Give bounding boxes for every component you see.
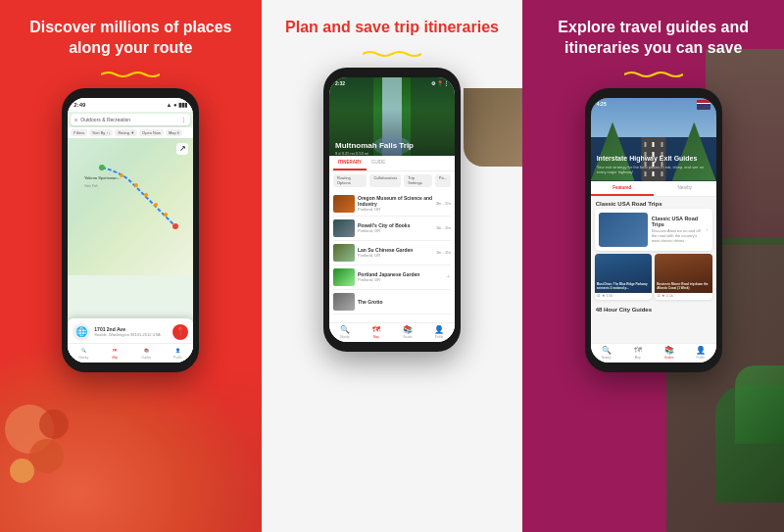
tab-itinerary[interactable]: ITINERARY (333, 156, 367, 170)
phone-3-tab-bar: 🔍 Nearby 🗺 Map 📚 Guides 👤 (591, 343, 716, 363)
status-icons-2: ⚙ 📍 ⋮ (431, 80, 449, 86)
filter-chip-2[interactable]: Sort By ↑↓ (89, 129, 113, 136)
filter-chip-3[interactable]: Rating ▼ (115, 129, 137, 136)
guides-wide-card-header: Classic USA Road Trips Discover America … (595, 209, 712, 251)
tab-nearby[interactable]: 🔍 Nearby (78, 347, 88, 360)
sub-tab-collab[interactable]: Collaborators (369, 174, 401, 187)
guides-cards-row: Must Drive: The Blue Ridge Parkway conne… (591, 254, 716, 303)
guides-wide-card-img (599, 213, 648, 247)
tab3-nearby[interactable]: 🔍 Nearby (602, 347, 612, 360)
chevron-right-icon: › (706, 225, 709, 234)
wavy-line-2 (363, 44, 421, 52)
nearby-icon-2: 🔍 (340, 326, 350, 334)
phone-1-body: 2:49 ▲ ● ▮▮▮ ≡ Outdoors & Recreation ⋮ F… (62, 88, 199, 372)
tab2-map[interactable]: 🗺 Map (371, 326, 381, 339)
panel-1-title: Discover millions of places along your r… (20, 18, 242, 59)
status-time-3: 4:25 (597, 101, 607, 107)
place-info-5: The Grotto (358, 299, 451, 305)
trip-title: Multnomah Falls Trip (335, 141, 414, 150)
trip-status-bar: 2:32 ⚙ 📍 ⋮ (329, 77, 455, 89)
tab-featured[interactable]: Featured (591, 181, 654, 196)
status-icons: ▲ ● ▮▮▮ (166, 101, 187, 108)
trip-place-4[interactable]: Portland Japanese Garden Portland, OR + (333, 266, 451, 290)
wavy-line-1 (101, 65, 160, 73)
sub-tab-settings[interactable]: Trip Settings (404, 174, 432, 187)
svg-text:Yakima Sportsman...: Yakima Sportsman... (84, 175, 121, 180)
guides-wide-card-text: Classic USA Road Trips Discover America … (652, 216, 702, 244)
map-search-bar[interactable]: ≡ Outdoors & Recreation ⋮ (71, 114, 190, 125)
place-img-5 (333, 293, 355, 311)
small-card-1-meta: 41 ★ 3.5k (595, 293, 653, 300)
trip-hero: 2:32 ⚙ 📍 ⋮ Multnomah Falls Trip 9 d 0.25… (329, 77, 455, 156)
trip-tabs: ITINERARY GUIDE (329, 156, 455, 171)
place-loc-3: Portland, OR (358, 253, 433, 258)
tab2-nearby[interactable]: 🔍 Nearby (340, 326, 350, 339)
tab-nearby[interactable]: Nearby (654, 181, 716, 196)
guides-icon-3: 📚 (664, 347, 674, 355)
tab2-profile[interactable]: 👤 Profile (434, 326, 444, 339)
meta-badge-1: 41 ★ 3.5k (597, 294, 612, 298)
trip-screen: 2:32 ⚙ 📍 ⋮ Multnomah Falls Trip 9 d 0.25… (329, 77, 455, 342)
svg-point-2 (134, 183, 138, 187)
guides-status-bar: 4:25 (591, 98, 716, 110)
trip-place-3[interactable]: Lan Su Chinese Garden Portland, OR 1hr -… (333, 241, 451, 266)
phone-3-screen: 4:25 Interstate Highway Exit Guides Your… (591, 98, 716, 363)
small-card-title-1: Must Drive: The Blue Ridge Parkway conne… (597, 283, 651, 290)
phone-3: 4:25 Interstate Highway Exit Guides Your… (585, 88, 722, 372)
tab-guide[interactable]: GUIDE (367, 156, 390, 170)
place-img-4 (333, 268, 355, 286)
guides-small-card-2[interactable]: Boston to Miami: Road trip down the Atla… (655, 254, 712, 300)
filter-chip-1[interactable]: Filters (71, 129, 87, 136)
card-text: 1701 2nd Ave Seattle, Washington 98101-2… (94, 326, 169, 337)
location-pin-icon: 📍 (172, 324, 188, 340)
tab3-map[interactable]: 🗺 Map (633, 347, 643, 360)
phone-1-tab-bar: 🔍 Nearby 🗺 Map 📚 Guides 👤 (68, 343, 193, 363)
trip-place-5[interactable]: The Grotto (333, 290, 451, 314)
panel-explore: Explore travel guides and itineraries yo… (522, 0, 784, 532)
phone-2-tab-bar: 🔍 Nearby 🗺 Map 📚 Guides 👤 (329, 322, 455, 342)
panel-2-header: Plan and save trip itineraries (266, 0, 518, 60)
svg-point-3 (144, 193, 148, 197)
guides-screen: 4:25 Interstate Highway Exit Guides Your… (591, 98, 716, 363)
profile-icon-3: 👤 (696, 347, 706, 355)
sub-tab-routing[interactable]: Routing Options (333, 174, 367, 187)
phone-3-body: 4:25 Interstate Highway Exit Guides Your… (585, 88, 722, 372)
hamburger-icon: ≡ (74, 117, 77, 122)
place-info-2: Powell's City of Books Portland, OR (358, 222, 433, 233)
map-status-bar: 2:49 ▲ ● ▮▮▮ (68, 98, 193, 112)
map-icon-3: 🗺 (633, 347, 643, 355)
guides-wide-card[interactable]: Classic USA Road Trips Discover America … (595, 209, 712, 251)
leaves-decoration (715, 385, 784, 503)
trip-meta: 9 d 0.25 mi 0.53 mi (335, 151, 368, 156)
place-name-1: Oregon Museum of Science and Industry (358, 195, 433, 207)
guides-hero: 4:25 Interstate Highway Exit Guides Your… (591, 98, 716, 181)
trip-place-2[interactable]: Powell's City of Books Portland, OR 1hr … (333, 217, 451, 241)
guides-icon-2: 📚 (403, 326, 413, 334)
tab2-guides[interactable]: 📚 Guides (403, 326, 413, 339)
tab-map[interactable]: 🗺 Map (110, 347, 120, 360)
direction-button[interactable]: ↗ (176, 143, 188, 155)
trip-place-list: Oregon Museum of Science and Industry Po… (329, 190, 455, 322)
phone-1-screen: 2:49 ▲ ● ▮▮▮ ≡ Outdoors & Recreation ⋮ F… (68, 98, 193, 363)
panel-1-header: Discover millions of places along your r… (0, 0, 262, 80)
svg-point-4 (154, 203, 158, 207)
svg-text:State Park: State Park (84, 184, 99, 188)
guides-hero-subtitle: Your exit strategy for the best places t… (597, 165, 710, 174)
tab3-guides[interactable]: 📚 Guides (664, 347, 674, 360)
map-route: Yakima Sportsman... State Park (82, 158, 190, 236)
guides-small-card-1[interactable]: Must Drive: The Blue Ridge Parkway conne… (595, 254, 653, 300)
add-icon[interactable]: + (446, 272, 451, 281)
filter-chip-4[interactable]: Open Now (139, 129, 164, 136)
panel-2-title: Plan and save trip itineraries (285, 18, 499, 38)
rocks-decoration (464, 88, 522, 167)
profile-icon-2: 👤 (434, 326, 444, 334)
tab-profile[interactable]: 👤 Profile (172, 347, 182, 360)
place-img-1 (333, 195, 355, 213)
tab3-profile[interactable]: 👤 Profile (696, 347, 706, 360)
sub-tab-more[interactable]: Pa... (435, 174, 451, 187)
tab-guides[interactable]: 📚 Guides (141, 347, 151, 360)
map-area: Yakima Sportsman... State Park ↗ (68, 138, 193, 275)
place-time-3: 1hr - 2hr (436, 250, 451, 255)
trip-place-1[interactable]: Oregon Museum of Science and Industry Po… (333, 192, 451, 217)
filter-chip-5[interactable]: Map fi (166, 129, 182, 136)
